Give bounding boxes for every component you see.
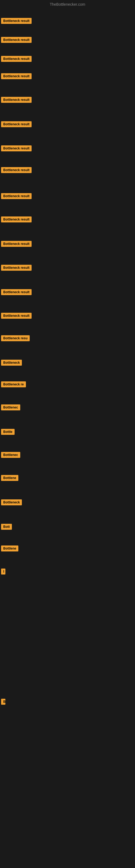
page-wrapper: TheBottlenecker.com bbox=[0, 0, 135, 10]
bottleneck-item: Bottleneck result bbox=[1, 313, 32, 320]
bottleneck-item: Bottlenec bbox=[1, 404, 20, 411]
bottleneck-badge: Bottleneck result bbox=[1, 313, 32, 319]
bottleneck-item: Bottleneck result bbox=[1, 145, 32, 152]
bottleneck-item: Bottleneck result bbox=[1, 289, 32, 296]
bottleneck-badge: Bottleneck result bbox=[1, 121, 32, 127]
bottleneck-badge: Bottlene bbox=[1, 475, 18, 481]
bottleneck-badge: Bottleneck result bbox=[1, 56, 32, 62]
bottleneck-badge: Bottleneck bbox=[1, 499, 22, 505]
bottleneck-item: Bottleneck bbox=[1, 499, 22, 506]
bottleneck-badge: Bottleneck result bbox=[1, 193, 32, 199]
bottleneck-badge: Bottleneck result bbox=[1, 265, 32, 271]
bottleneck-badge: Bottle bbox=[1, 429, 14, 435]
bottleneck-badge: Bottleneck result bbox=[1, 37, 32, 43]
bottleneck-badge: I bbox=[1, 568, 5, 575]
bottleneck-badge: Bottleneck result bbox=[1, 73, 32, 79]
bottleneck-item: Bottleneck result bbox=[1, 241, 32, 248]
bottleneck-item: Bottlene bbox=[1, 475, 18, 482]
bottleneck-item: Bottleneck bbox=[1, 360, 22, 367]
bottleneck-item: Bottleneck result bbox=[1, 193, 32, 200]
site-title: TheBottlenecker.com bbox=[50, 2, 85, 6]
bottleneck-badge: Bottleneck result bbox=[1, 145, 32, 151]
bottleneck-badge: Bottleneck result bbox=[1, 241, 32, 247]
bottleneck-badge: B bbox=[1, 699, 5, 705]
bottleneck-item: Bottlenec bbox=[1, 452, 20, 459]
bottleneck-badge: Bottlene bbox=[1, 546, 18, 552]
bottleneck-item: Bottlene bbox=[1, 546, 18, 553]
bottleneck-badge: Bottlenec bbox=[1, 452, 20, 458]
bottleneck-badge: Bottleneck result bbox=[1, 289, 32, 295]
bottleneck-badge: Bottleneck resu bbox=[1, 335, 30, 341]
bottleneck-badge: Bottlenec bbox=[1, 404, 20, 410]
bottleneck-item: Bottleneck result bbox=[1, 167, 32, 174]
bottleneck-badge: Bottleneck re bbox=[1, 381, 26, 388]
bottleneck-item: Bottleneck result bbox=[1, 97, 32, 104]
site-header: TheBottlenecker.com bbox=[0, 0, 135, 10]
bottleneck-item: Bottleneck result bbox=[1, 18, 32, 25]
bottleneck-item: Bottleneck result bbox=[1, 216, 32, 223]
bottleneck-badge: Bottleneck result bbox=[1, 216, 32, 222]
bottleneck-item: Bottleneck result bbox=[1, 121, 32, 128]
bottleneck-badge: Bottleneck bbox=[1, 360, 22, 366]
bottleneck-item: I bbox=[1, 568, 5, 576]
bottleneck-badge: Bottleneck result bbox=[1, 167, 32, 173]
bottleneck-item: B bbox=[1, 699, 5, 706]
bottleneck-badge: Bottleneck result bbox=[1, 18, 32, 24]
bottleneck-item: Bottle bbox=[1, 429, 14, 436]
bottleneck-badge: Bott bbox=[1, 524, 12, 530]
bottleneck-item: Bottleneck result bbox=[1, 56, 32, 63]
bottleneck-badge: Bottleneck result bbox=[1, 97, 32, 103]
bottleneck-item: Bottleneck re bbox=[1, 381, 26, 389]
bottleneck-item: Bottleneck result bbox=[1, 73, 32, 80]
bottleneck-item: Bottleneck result bbox=[1, 37, 32, 44]
bottleneck-item: Bottleneck resu bbox=[1, 335, 30, 342]
bottleneck-item: Bottleneck result bbox=[1, 265, 32, 272]
bottleneck-item: Bott bbox=[1, 524, 12, 531]
